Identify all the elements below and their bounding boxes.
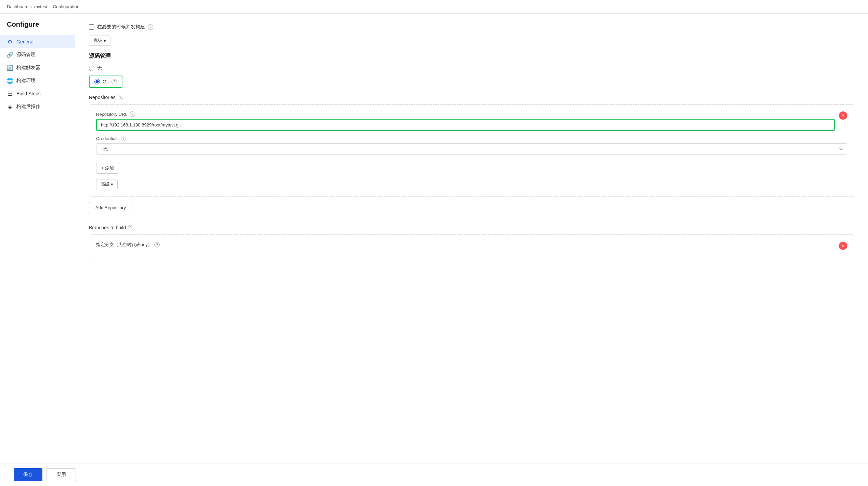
sidebar-item-post-build[interactable]: ◈ 构建后操作	[0, 100, 75, 113]
repo-url-help-icon[interactable]: ?	[130, 111, 135, 117]
branch-field-label: 指定分支（为空时代表any） ?	[96, 242, 160, 248]
concurrent-build-checkbox[interactable]	[89, 24, 94, 30]
sidebar-item-source-label: 源码管理	[16, 52, 36, 58]
repositories-help-icon[interactable]: ?	[118, 95, 123, 100]
branch-label-row: 指定分支（为空时代表any） ? ✕	[96, 242, 847, 250]
source-management-title: 源码管理	[89, 53, 854, 60]
repo-url-input[interactable]	[96, 119, 835, 131]
credentials-select[interactable]: - 无 -	[96, 143, 847, 154]
branch-card: 指定分支（为空时代表any） ? ✕	[89, 234, 854, 257]
gear-icon: ⚙	[7, 39, 13, 45]
sidebar-item-general[interactable]: ⚙ General	[0, 35, 75, 48]
radio-git-label: Git	[103, 79, 109, 84]
git-icon: 🔗	[7, 52, 13, 58]
scm-radio-group: 无 Git ?	[89, 65, 854, 88]
sidebar-item-build-trigger[interactable]: 🔄 构建触发器	[0, 61, 75, 74]
content-area: 在必要的时候并发构建 ? 高级 ▾ 源码管理 无	[75, 14, 868, 486]
radio-git-option[interactable]: Git ?	[89, 76, 854, 88]
repo-url-row: Repository URL ? ✕	[96, 111, 847, 131]
branch-field-help-icon[interactable]: ?	[154, 242, 160, 247]
sidebar-item-trigger-label: 构建触发器	[16, 65, 40, 71]
concurrent-build-help-icon[interactable]: ?	[148, 24, 153, 30]
repo-url-field-group: Repository URL ?	[96, 111, 835, 131]
credentials-label-row: Credentials ?	[96, 136, 847, 141]
concurrent-build-row: 在必要的时候并发构建 ?	[89, 24, 854, 30]
repository-card: Repository URL ? ✕ Credentials	[89, 104, 854, 197]
add-credentials-button[interactable]: + 添加	[96, 163, 119, 174]
credentials-label: Credentials	[96, 136, 119, 141]
repo-url-label-row: Repository URL ?	[96, 111, 835, 117]
radio-git[interactable]	[94, 79, 100, 84]
branches-to-build-section: Branches to build ? 指定分支（为空时代表any） ? ✕	[89, 225, 854, 257]
add-repository-label: Add Repository	[95, 205, 126, 210]
sidebar-title: Configure	[0, 21, 75, 35]
branch-field-name: 指定分支（为空时代表any）	[96, 242, 152, 248]
add-repository-button[interactable]: Add Repository	[89, 202, 132, 213]
steps-icon: ☰	[7, 91, 13, 97]
top-section: 在必要的时候并发构建 ? 高级 ▾	[89, 24, 854, 46]
repo-advanced-chevron-icon: ▾	[111, 182, 113, 187]
git-help-icon[interactable]: ?	[111, 79, 117, 84]
credentials-help-icon[interactable]: ?	[121, 136, 126, 141]
sidebar-item-build-steps[interactable]: ☰ Build Steps	[0, 87, 75, 100]
remove-branch-button[interactable]: ✕	[839, 242, 847, 250]
save-button[interactable]: 保存	[14, 468, 42, 481]
close-icon: ✕	[841, 113, 845, 118]
sidebar-item-general-label: General	[16, 39, 34, 44]
repositories-label-row: Repositories ?	[89, 95, 854, 100]
sidebar-item-steps-label: Build Steps	[16, 91, 41, 96]
sidebar-item-post-label: 构建后操作	[16, 104, 40, 110]
env-icon: 🌐	[7, 78, 13, 84]
repo-url-label: Repository URL	[96, 112, 128, 117]
branches-label: Branches to build	[89, 225, 126, 230]
radio-none[interactable]	[89, 66, 94, 71]
remove-repo-button[interactable]: ✕	[839, 111, 847, 120]
breadcrumb-mytest[interactable]: mytest	[34, 4, 47, 9]
credentials-section: Credentials ? - 无 -	[96, 136, 847, 154]
add-credentials-label: + 添加	[101, 165, 114, 171]
apply-button[interactable]: 应用	[47, 468, 76, 481]
trigger-icon: 🔄	[7, 65, 13, 71]
post-icon: ◈	[7, 104, 13, 110]
breadcrumb-configuration: Configuration	[53, 4, 79, 9]
sidebar-item-build-env[interactable]: 🌐 构建环境	[0, 74, 75, 87]
breadcrumb: Dashboard › mytest › Configuration	[0, 0, 868, 14]
branches-label-row: Branches to build ?	[89, 225, 854, 230]
repositories-label: Repositories	[89, 95, 116, 100]
chevron-down-icon: ▾	[104, 38, 106, 43]
radio-none-label: 无	[97, 65, 102, 71]
git-option-box: Git ?	[89, 76, 122, 88]
footer-bar: 保存 应用	[0, 463, 868, 486]
source-management-section: 源码管理 无 Git ?	[89, 53, 854, 257]
repo-advanced-button[interactable]: 高级 ▾	[96, 179, 118, 189]
sidebar-item-env-label: 构建环境	[16, 78, 36, 84]
branches-help-icon[interactable]: ?	[128, 225, 133, 230]
top-advanced-button[interactable]: 高级 ▾	[89, 36, 110, 46]
breadcrumb-dashboard[interactable]: Dashboard	[7, 4, 29, 9]
sidebar-item-source-management[interactable]: 🔗 源码管理	[0, 48, 75, 61]
radio-none-option[interactable]: 无	[89, 65, 854, 71]
concurrent-build-label: 在必要的时候并发构建	[97, 24, 145, 30]
sidebar: Configure ⚙ General 🔗 源码管理 🔄 构建触发器 🌐 构建环…	[0, 14, 75, 486]
branch-close-icon: ✕	[841, 243, 845, 248]
